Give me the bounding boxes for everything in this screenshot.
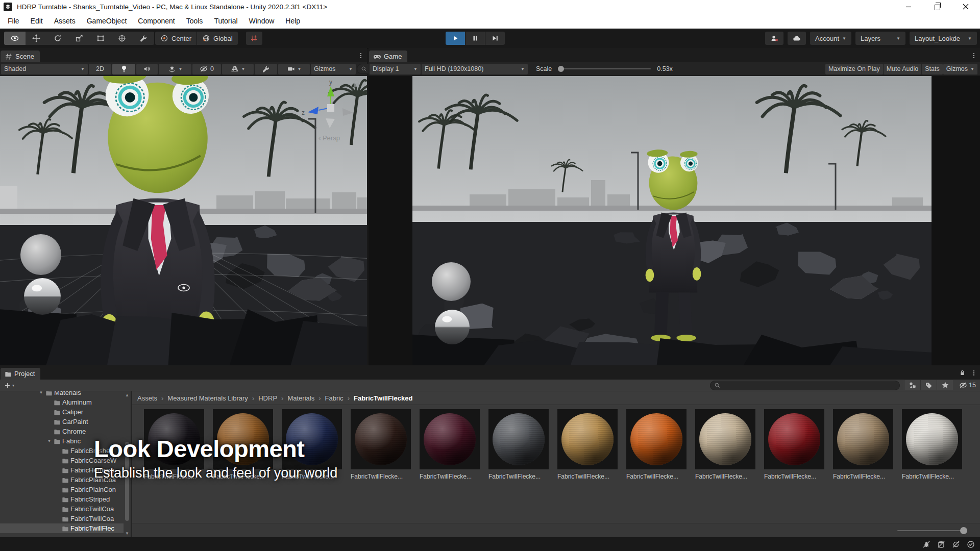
material-asset[interactable]: FabricTwillFlecke... xyxy=(420,409,480,480)
component-tools-button[interactable] xyxy=(255,64,277,74)
tab-project[interactable]: Project xyxy=(1,368,40,380)
debugger-disabled-icon[interactable] xyxy=(922,540,930,548)
scene-gizmos-dropdown[interactable]: Gizmos▼ xyxy=(311,64,356,74)
material-asset[interactable]: FabricTwillFlecke... xyxy=(902,409,962,480)
restore-button[interactable] xyxy=(923,0,951,13)
rect-tool[interactable] xyxy=(90,32,111,45)
thumbnail-size-slider[interactable] xyxy=(897,530,964,531)
mute-audio-toggle[interactable]: Mute Audio xyxy=(884,64,922,74)
material-asset[interactable]: FabricTwillFlecke... xyxy=(557,409,618,480)
project-search-field[interactable] xyxy=(710,381,900,390)
game-viewport[interactable] xyxy=(369,76,980,365)
pivot-orientation-button[interactable]: Global xyxy=(197,32,238,45)
menu-item[interactable]: Component xyxy=(132,13,180,29)
step-button[interactable] xyxy=(485,32,505,45)
tree-folder-row[interactable]: ▼ FabricHerringb xyxy=(0,465,131,475)
scale-slider-handle[interactable] xyxy=(558,66,564,72)
search-by-label-icon[interactable] xyxy=(920,380,937,390)
material-asset[interactable]: FabricTwillFlecke... xyxy=(282,409,342,480)
material-asset[interactable]: FabricTwillFlecke... xyxy=(351,409,411,480)
2d-toggle[interactable]: 2D xyxy=(89,64,111,74)
cache-disabled-icon[interactable] xyxy=(937,540,945,548)
play-button[interactable] xyxy=(446,32,465,45)
slider-handle[interactable] xyxy=(960,527,967,534)
pause-button[interactable] xyxy=(465,32,485,45)
expand-arrow-icon[interactable]: ▼ xyxy=(38,391,44,395)
scroll-up-icon[interactable]: ▲ xyxy=(124,393,131,397)
material-asset[interactable]: FabricTwillFlecke... xyxy=(626,409,687,480)
tree-folder-row[interactable]: ▼ CarPaint xyxy=(0,417,131,427)
panel-lock-icon[interactable] xyxy=(959,369,966,376)
breadcrumb-item[interactable]: Materials xyxy=(277,394,314,402)
create-asset-button[interactable]: ▾ xyxy=(4,382,14,389)
resolution-dropdown[interactable]: Full HD (980x551)▼ xyxy=(422,64,528,74)
tree-folder-row[interactable]: ▼ Materials xyxy=(0,391,131,397)
hidden-items-toggle[interactable]: 15 xyxy=(959,381,976,389)
scene-menu-icon[interactable] xyxy=(357,52,364,59)
menu-item[interactable]: Help xyxy=(280,13,306,29)
stats-toggle[interactable]: Stats xyxy=(922,64,943,74)
breadcrumb-item[interactable]: HDRP xyxy=(248,394,277,402)
tree-folder-row[interactable]: ▼ FabricStriped xyxy=(0,494,131,504)
account-dropdown[interactable]: Account▼ xyxy=(810,32,851,45)
collab-button[interactable] xyxy=(765,32,783,45)
menu-item[interactable]: Window xyxy=(243,13,280,29)
material-asset[interactable]: FabricTwillFlecke... xyxy=(144,409,204,480)
tree-folder-row[interactable]: ▼ Fabric xyxy=(0,436,131,446)
favorites-icon[interactable] xyxy=(937,380,953,390)
tree-folder-row[interactable]: ▼ Chrome xyxy=(0,427,131,436)
camera-settings-dropdown[interactable]: ▼ xyxy=(278,64,310,74)
tree-folder-row[interactable]: ▼ FabricTwillCoa xyxy=(0,514,131,523)
material-asset[interactable]: FabricTwillFlecke... xyxy=(213,409,273,480)
asset-grid[interactable]: FabricTwillFlecke... FabricTwillFlecke..… xyxy=(132,405,980,523)
layout-dropdown[interactable]: Layout_Lookde▼ xyxy=(910,32,977,45)
rotate-tool[interactable] xyxy=(47,32,68,45)
maximize-on-play-toggle[interactable]: Maximize On Play xyxy=(825,64,883,74)
custom-tool[interactable] xyxy=(133,32,154,45)
menu-item[interactable]: Tools xyxy=(181,13,209,29)
tree-folder-row[interactable]: ▼ Aluminum xyxy=(0,397,131,407)
material-asset[interactable]: FabricTwillFlecke... xyxy=(764,409,824,480)
breadcrumb-item[interactable]: Fabric xyxy=(314,394,343,402)
transform-tool[interactable] xyxy=(111,32,133,45)
draw-mode-dropdown[interactable]: Shaded▼ xyxy=(1,64,88,74)
tree-scrollbar[interactable]: ▲ ▼ xyxy=(124,391,131,537)
scroll-down-icon[interactable]: ▼ xyxy=(124,531,131,536)
cloud-button[interactable] xyxy=(788,32,806,45)
effects-dropdown[interactable]: ▼ xyxy=(159,64,191,74)
scale-slider[interactable] xyxy=(558,68,651,69)
move-tool[interactable] xyxy=(26,32,47,45)
search-by-type-icon[interactable] xyxy=(904,380,920,390)
lighting-toggle[interactable] xyxy=(112,64,135,74)
tree-folder-row[interactable]: ▼ FabricPlainCon xyxy=(0,485,131,494)
menu-item[interactable]: Assets xyxy=(48,13,81,29)
breadcrumb-item[interactable]: FabricTwillFlecked xyxy=(344,394,413,402)
tree-folder-row[interactable]: ▼ FabricCoarseW xyxy=(0,456,131,465)
tab-game[interactable]: Game xyxy=(369,51,407,62)
grid-snapping-button[interactable] xyxy=(246,32,262,45)
scene-viewport[interactable]: yz‹ Persp xyxy=(0,76,367,365)
menu-item[interactable]: Edit xyxy=(25,13,48,29)
tree-folder-row[interactable]: ▼ FabricTwillCoa xyxy=(0,504,131,514)
tree-folder-row[interactable]: ▼ FabricPlainCoa xyxy=(0,475,131,485)
display-dropdown[interactable]: Display 1▼ xyxy=(370,64,421,74)
scale-tool[interactable] xyxy=(68,32,90,45)
project-search-input[interactable] xyxy=(722,381,896,389)
game-gizmos-dropdown[interactable]: Gizmos▼ xyxy=(943,64,977,74)
breadcrumb-item[interactable]: Measured Materials Library xyxy=(157,394,248,402)
project-menu-icon[interactable] xyxy=(970,369,977,377)
menu-item[interactable]: File xyxy=(2,13,25,29)
minimize-button[interactable] xyxy=(894,0,923,13)
scrollbar-thumb[interactable] xyxy=(125,442,129,521)
layers-dropdown[interactable]: Layers▼ xyxy=(855,32,905,45)
grid-settings-dropdown[interactable]: ▼ xyxy=(222,64,254,74)
game-menu-icon[interactable] xyxy=(970,52,977,59)
material-asset[interactable]: FabricTwillFlecke... xyxy=(488,409,549,480)
audio-toggle[interactable] xyxy=(136,64,158,74)
view-tool[interactable] xyxy=(4,32,26,45)
material-asset[interactable]: FabricTwillFlecke... xyxy=(695,409,755,480)
menu-item[interactable]: GameObject xyxy=(81,13,133,29)
menu-item[interactable]: Tutorial xyxy=(208,13,243,29)
expand-arrow-icon[interactable]: ▼ xyxy=(46,439,53,443)
tree-folder-row[interactable]: ▼ FabricBrushe xyxy=(0,446,131,456)
